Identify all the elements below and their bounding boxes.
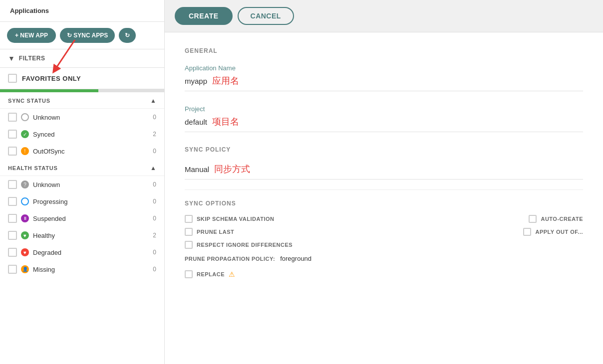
health-degraded-label: Degraded <box>33 249 61 256</box>
sync-policy-annotation: 同步方式 <box>214 163 250 175</box>
sync-option-row-1: SKIP SCHEMA VALIDATION AUTO-CREATE <box>185 215 583 223</box>
replace-warning-icon: ⚠ <box>229 270 235 278</box>
health-progressing-checkbox[interactable] <box>8 197 17 206</box>
health-suspended-count: 0 <box>153 215 156 222</box>
suspended-icon: ⏸ <box>21 214 29 222</box>
sync-policy-value[interactable]: Manual 同步方式 <box>185 163 583 180</box>
health-degraded-item[interactable]: ♥ Degraded 0 <box>0 244 164 261</box>
project-group: Project default 项目名 <box>185 105 583 132</box>
auto-create-checkbox[interactable] <box>529 215 537 223</box>
replace-checkbox[interactable] <box>185 270 193 278</box>
health-unknown-count: 0 <box>153 181 156 188</box>
health-healthy-item[interactable]: ♥ Healthy 2 <box>0 227 164 244</box>
section-divider <box>185 189 583 190</box>
sync-outofync-count: 0 <box>153 148 156 155</box>
health-unknown-checkbox[interactable] <box>8 180 17 189</box>
health-healthy-count: 2 <box>153 232 156 239</box>
form-area: GENERAL Application Name myapp 应用名 Proje… <box>165 32 603 364</box>
health-suspended-label: Suspended <box>33 215 66 222</box>
sidebar-buttons: + NEW APP ↻ SYNC APPS ↻ <box>0 22 164 49</box>
apply-out-label: APPLY OUT OF... <box>535 229 583 235</box>
health-missing-checkbox[interactable] <box>8 265 17 274</box>
degraded-icon: ♥ <box>21 248 29 256</box>
sync-status-section-header[interactable]: SYNC STATUS ▲ <box>0 92 164 109</box>
create-button[interactable]: CREATE <box>175 7 233 25</box>
health-missing-count: 0 <box>153 266 156 273</box>
sync-status-outofync-item[interactable]: ! OutOfSync 0 <box>0 143 164 160</box>
health-unknown-item[interactable]: ? Unknown 0 <box>0 176 164 193</box>
progressing-icon <box>21 197 29 205</box>
health-status-arrow: ▲ <box>150 165 156 172</box>
outofync-icon: ! <box>21 147 29 155</box>
application-name-annotation: 应用名 <box>212 75 239 87</box>
sync-unknown-count: 0 <box>153 114 156 121</box>
prune-last-checkbox[interactable] <box>185 228 193 236</box>
sync-outofync-label: OutOfSync <box>33 148 65 155</box>
application-name-label: Application Name <box>185 64 583 72</box>
sidebar: Applications + NEW APP ↻ SYNC APPS ↻ ▼ F… <box>0 0 165 364</box>
filters-row: ▼ FILTERS <box>0 49 164 68</box>
sync-outofync-checkbox[interactable] <box>8 147 17 156</box>
new-app-button[interactable]: + NEW APP <box>7 28 56 43</box>
prune-last-label: PRUNE LAST <box>197 229 234 235</box>
general-section: GENERAL Application Name myapp 应用名 Proje… <box>185 47 583 132</box>
health-progressing-item[interactable]: Progressing 0 <box>0 193 164 210</box>
unknown-health-icon: ? <box>21 181 29 188</box>
sync-status-synced-item[interactable]: ✓ Synced 2 <box>0 126 164 143</box>
apply-out-checkbox[interactable] <box>523 228 531 236</box>
sync-policy-section: SYNC POLICY Manual 同步方式 <box>185 146 583 180</box>
favorites-row[interactable]: FAVORITES ONLY <box>0 68 164 89</box>
healthy-icon: ♥ <box>21 231 29 239</box>
prune-propagation-value: foreground <box>280 255 311 262</box>
general-title: GENERAL <box>185 47 583 54</box>
sync-synced-count: 2 <box>153 131 156 138</box>
sync-apps-button[interactable]: ↻ SYNC APPS <box>60 28 115 43</box>
health-degraded-checkbox[interactable] <box>8 248 17 257</box>
unknown-sync-icon <box>21 113 29 121</box>
auto-create-label: AUTO-CREATE <box>541 216 583 222</box>
health-suspended-checkbox[interactable] <box>8 214 17 223</box>
respect-ignore-checkbox[interactable] <box>185 241 193 249</box>
sync-synced-checkbox[interactable] <box>8 130 17 139</box>
refresh-button[interactable]: ↻ <box>119 28 136 43</box>
health-suspended-item[interactable]: ⏸ Suspended 0 <box>0 210 164 227</box>
health-progressing-label: Progressing <box>33 198 67 205</box>
sync-status-title: SYNC STATUS <box>8 98 50 104</box>
application-name-group: Application Name myapp 应用名 <box>185 64 583 91</box>
favorites-label: FAVORITES ONLY <box>22 75 81 82</box>
health-missing-item[interactable]: 👤 Missing 0 <box>0 261 164 278</box>
filter-icon: ▼ <box>8 54 15 62</box>
prune-propagation-label: PRUNE PROPAGATION POLICY: <box>185 256 275 262</box>
project-label: Project <box>185 105 583 113</box>
project-text: default <box>185 118 207 126</box>
replace-label: REPLACE <box>197 271 225 277</box>
top-bar: CREATE CANCEL <box>165 0 603 32</box>
sync-status-arrow: ▲ <box>150 97 156 104</box>
health-healthy-checkbox[interactable] <box>8 231 17 240</box>
skip-schema-checkbox[interactable] <box>185 215 193 223</box>
sync-options-section: SYNC OPTIONS SKIP SCHEMA VALIDATION AUTO… <box>185 200 583 282</box>
synced-icon: ✓ <box>21 130 29 138</box>
health-missing-label: Missing <box>33 266 55 273</box>
application-name-value[interactable]: myapp 应用名 <box>185 75 583 91</box>
health-healthy-label: Healthy <box>33 232 55 239</box>
prune-propagation-row: PRUNE PROPAGATION POLICY: foreground <box>185 255 583 262</box>
sync-option-row-3: RESPECT IGNORE DIFFERENCES <box>185 241 583 249</box>
favorites-checkbox[interactable] <box>8 74 17 83</box>
application-name-text: myapp <box>185 77 207 85</box>
health-status-title: HEALTH STATUS <box>8 165 58 171</box>
sync-synced-label: Synced <box>33 131 54 138</box>
health-progressing-count: 0 <box>153 198 156 205</box>
respect-ignore-label: RESPECT IGNORE DIFFERENCES <box>197 242 293 248</box>
cancel-button[interactable]: CANCEL <box>238 7 294 25</box>
sync-status-unknown-item[interactable]: Unknown 0 <box>0 109 164 126</box>
filters-label: FILTERS <box>19 55 45 62</box>
skip-schema-label: SKIP SCHEMA VALIDATION <box>197 216 274 222</box>
project-value[interactable]: default 项目名 <box>185 116 583 132</box>
replace-row[interactable]: REPLACE ⚠ <box>185 266 583 282</box>
health-degraded-count: 0 <box>153 249 156 256</box>
sync-unknown-checkbox[interactable] <box>8 113 17 122</box>
health-unknown-label: Unknown <box>33 181 60 188</box>
project-annotation: 项目名 <box>212 116 239 128</box>
health-status-section-header[interactable]: HEALTH STATUS ▲ <box>0 160 164 176</box>
